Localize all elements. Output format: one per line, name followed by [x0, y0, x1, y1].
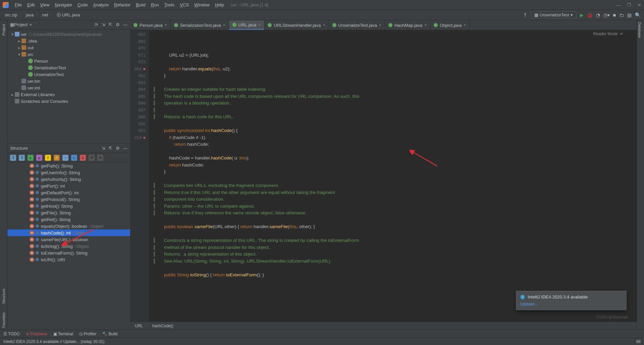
editor-gutter[interactable]: 868869870871872881 ●88288388488588688788…	[130, 30, 149, 322]
show-classes-icon[interactable]: c	[28, 155, 34, 161]
editor-tab[interactable]: URLStreamHandler.java×	[264, 20, 329, 30]
gear-icon[interactable]: ⚙	[116, 22, 120, 27]
tree-row[interactable]: ▸External Libraries	[7, 91, 130, 98]
menu-refactor[interactable]: Refactor	[111, 2, 133, 7]
structure-item[interactable]: mgetFile(): String	[7, 209, 130, 216]
structure-item[interactable]: mgetHost(): String	[7, 203, 130, 209]
expand-icon[interactable]: ⇲	[102, 22, 105, 27]
collapse-icon[interactable]: ⇱	[109, 22, 112, 27]
open-icon[interactable]: 🗀	[619, 12, 624, 18]
structure-item[interactable]: mgetRef(): String	[7, 216, 130, 223]
breadcrumb-part[interactable]: ⓒ URL.java	[55, 12, 82, 17]
menu-edit[interactable]: Edit	[24, 2, 37, 7]
structure-item[interactable]: mgetDefaultPort(): int	[7, 189, 130, 196]
breadcrumb-part[interactable]: net	[41, 12, 49, 17]
tree-row[interactable]: Person	[7, 58, 130, 64]
bottom-build[interactable]: 🔨 Build	[102, 332, 117, 336]
close-tab-icon[interactable]: ×	[258, 22, 261, 27]
menu-navigate[interactable]: Navigate	[52, 2, 74, 7]
statusbar-left[interactable]: IntelliJ IDEA 2020.3.4 available // Upda…	[3, 339, 105, 344]
bottom-terminal[interactable]: ▣ Terminal	[53, 332, 73, 336]
menu-vcs[interactable]: VCS	[177, 2, 192, 7]
sort-vis-icon[interactable]: ↧	[19, 155, 25, 161]
debug-icon[interactable]: 🐞	[587, 12, 593, 18]
structure-item[interactable]: mgetProtocol(): String	[7, 196, 130, 203]
bottom-problems[interactable]: ⊘ Problems	[26, 332, 47, 336]
show-props-icon[interactable]: p	[36, 155, 42, 161]
editor-tab[interactable]: HashMap.java×	[385, 20, 430, 30]
structure-item[interactable]: mgetPath(): String	[7, 162, 130, 169]
close-tab-icon[interactable]: ×	[464, 23, 466, 27]
tree-row[interactable]: SerializationTest	[7, 64, 130, 71]
close-icon[interactable]: ✕	[637, 2, 641, 8]
menu-code[interactable]: Code	[75, 2, 91, 7]
search-icon[interactable]: 🔍	[635, 12, 641, 18]
coverage-icon[interactable]: ◔	[596, 12, 600, 18]
close-tab-icon[interactable]: ×	[165, 23, 167, 27]
expand-all-icon[interactable]: ⇲	[102, 146, 105, 151]
autoscroll-icon[interactable]: ⇄	[89, 155, 95, 161]
show-fields-icon[interactable]: f	[45, 155, 51, 161]
tree-row[interactable]: ▾serC:\Users\86135\Desktop\web\java\ser	[7, 31, 130, 38]
tree-row[interactable]: ▸.idea	[7, 38, 130, 44]
tree-row[interactable]: ser.bin	[7, 78, 130, 84]
bottom-todo[interactable]: ☰ TODO	[3, 332, 20, 336]
menu-tools[interactable]: Tools	[162, 2, 177, 7]
hide-icon[interactable]: —	[123, 22, 127, 27]
menu-window[interactable]: Window	[192, 2, 212, 7]
tree-row[interactable]: Scratches and Consoles	[7, 98, 130, 105]
bottom-profiler[interactable]: ◷ Profiler	[79, 332, 96, 336]
menu-analyze[interactable]: Analyze	[91, 2, 111, 7]
left-rail-favorites[interactable]: Favorites	[1, 310, 6, 330]
build-icon[interactable]: ⤒	[523, 12, 527, 18]
show-inherited-icon[interactable]: ↑	[62, 155, 68, 161]
menu-help[interactable]: Help	[212, 2, 227, 7]
editor-tab[interactable]: Object.java×	[430, 20, 470, 30]
minimize-icon[interactable]: —	[616, 2, 621, 8]
tree-row[interactable]: UnserializeTest	[7, 71, 130, 78]
structure-item[interactable]: mgetUserInfo(): String	[7, 169, 130, 176]
project-tree[interactable]: ▾serC:\Users\86135\Desktop\web\java\ser▸…	[7, 29, 130, 143]
tree-row[interactable]: ▸out	[7, 44, 130, 51]
menu-file[interactable]: File	[12, 2, 24, 7]
gear-icon[interactable]: ⚙	[116, 146, 120, 151]
editor-breadcrumb[interactable]: URL〉hashCode()	[130, 322, 637, 330]
show-lock-icon[interactable]: 🔒	[54, 155, 60, 161]
run-config-selector[interactable]: ▦ UnserializeTest ▾	[531, 11, 576, 18]
breadcrumb-part[interactable]: src.zip	[3, 12, 19, 17]
stop-icon[interactable]: ■	[613, 12, 616, 18]
structure-list[interactable]: mgetPath(): StringmgetUserInfo(): String…	[7, 162, 130, 330]
left-rail-project[interactable]: Project	[1, 22, 6, 38]
sort-icon[interactable]: ↧	[10, 155, 16, 161]
structure-item[interactable]: mhashCode(): int↑Object	[7, 229, 130, 236]
editor-tab[interactable]: URL.java×	[229, 20, 264, 30]
run-icon[interactable]: ▶	[580, 12, 584, 18]
structure-item[interactable]: mtoURI(): URI	[7, 256, 130, 263]
structure-item[interactable]: mgetAuthority(): String	[7, 176, 130, 183]
editor-code[interactable]: URL u2 = (URL)obj; return handler.equals…	[149, 30, 637, 322]
breadcrumb-part[interactable]: java	[24, 12, 35, 17]
structure-item[interactable]: mgetPort(): int	[7, 183, 130, 189]
close-tab-icon[interactable]: ×	[223, 23, 225, 27]
structure-icon[interactable]: ▤	[627, 12, 632, 18]
structure-item[interactable]: msameFile(URL): boolean	[7, 236, 130, 243]
notification-update-link[interactable]: Update...	[520, 301, 622, 306]
hide-icon[interactable]: —	[123, 146, 127, 151]
profiler-icon[interactable]: ◷▾	[603, 12, 610, 18]
editor-tab[interactable]: UnserializeTest.java×	[329, 20, 385, 30]
show-lambda-icon[interactable]: λ	[80, 155, 86, 161]
structure-item[interactable]: mequals(Object): boolean↑Object	[7, 223, 130, 229]
tree-row[interactable]: ▾src	[7, 51, 130, 58]
structure-item[interactable]: mtoString(): String↑Object	[7, 243, 130, 250]
left-rail-structure[interactable]: Structure	[1, 287, 6, 306]
close-tab-icon[interactable]: ×	[424, 23, 427, 27]
close-tab-icon[interactable]: ×	[379, 23, 381, 27]
editor-tab[interactable]: Person.java×	[130, 20, 171, 30]
structure-item[interactable]: mtoExternalForm(): String	[7, 250, 130, 256]
menu-view[interactable]: View	[37, 2, 52, 7]
tree-row[interactable]: ser.iml	[7, 84, 130, 91]
maximize-icon[interactable]: ❐	[627, 2, 631, 8]
show-anon-icon[interactable]: ○	[71, 155, 77, 161]
right-rail-database[interactable]: Database	[637, 20, 642, 40]
menu-build[interactable]: Build	[133, 2, 148, 7]
